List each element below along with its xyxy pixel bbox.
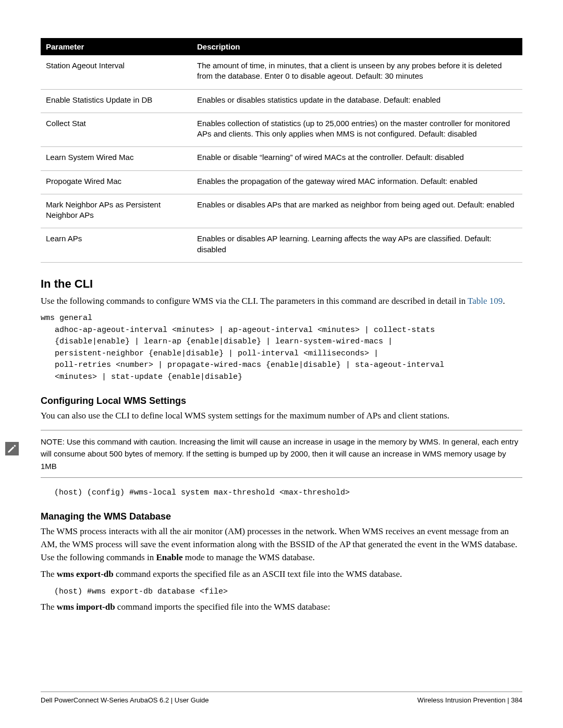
- parameter-table: Parameter Description Station Ageout Int…: [41, 38, 522, 263]
- bold-wms-export-db: wms export-db: [57, 569, 114, 579]
- cell-description: The amount of time, in minutes, that a c…: [192, 55, 522, 89]
- table-header-row: Parameter Description: [41, 38, 522, 55]
- paragraph-db-body1: The WMS process interacts with all the a…: [41, 525, 522, 564]
- text: mode to manage the WMS database.: [182, 552, 314, 562]
- table-row: Collect Stat Enables collection of stati…: [41, 113, 522, 147]
- table-row: Station Ageout Interval The amount of ti…: [41, 55, 522, 89]
- cell-parameter: Mark Neighbor APs as Persistent Neighbor…: [41, 194, 192, 228]
- text: The: [41, 569, 57, 579]
- text: command imports the specified file into …: [115, 602, 331, 612]
- paragraph-db-import: The wms import-db command imports the sp…: [41, 601, 522, 614]
- page-footer: Dell PowerConnect W-Series ArubaOS 6.2 |…: [41, 692, 522, 704]
- cell-description: Enables collection of statistics (up to …: [192, 113, 522, 147]
- note-block: NOTE: Use this command with caution. Inc…: [41, 430, 522, 478]
- table-row: Enable Statistics Update in DB Enables o…: [41, 89, 522, 113]
- table-row: Mark Neighbor APs as Persistent Neighbor…: [41, 194, 522, 228]
- link-table-109[interactable]: Table 109: [468, 296, 503, 306]
- paragraph-db-export: The wms export-db command exports the sp…: [41, 568, 522, 581]
- header-description: Description: [192, 38, 522, 55]
- cell-parameter: Enable Statistics Update in DB: [41, 89, 192, 113]
- footer-section-title: Wireless Intrusion Prevention: [418, 696, 506, 704]
- text: command exports the specified file as an…: [114, 569, 402, 579]
- document-page: Parameter Description Station Ageout Int…: [0, 0, 563, 728]
- heading-in-the-cli: In the CLI: [41, 277, 522, 291]
- cell-parameter: Learn System Wired Mac: [41, 147, 192, 170]
- text: The: [41, 602, 57, 612]
- footer-right: Wireless Intrusion Prevention384: [418, 696, 522, 704]
- bold-enable: Enable: [156, 552, 182, 562]
- cell-description: Enable or disable “learning” of wired MA…: [192, 147, 522, 170]
- paragraph-local-body: You can also use the CLI to define local…: [41, 410, 522, 423]
- header-parameter: Parameter: [41, 38, 192, 55]
- cell-description: Enables or disables APs that are marked …: [192, 194, 522, 228]
- table-row: Propogate Wired Mac Enables the propagat…: [41, 170, 522, 194]
- code-block-wms-general: wms general adhoc-ap-ageout-interval <mi…: [41, 313, 522, 383]
- note-pencil-icon: [5, 442, 19, 455]
- cell-description: Enables the propagation of the gateway w…: [192, 170, 522, 194]
- code-block-wms-local: (host) (config) #wms-local system max-th…: [54, 487, 522, 499]
- heading-configuring-local-wms: Configuring Local WMS Settings: [41, 396, 522, 406]
- table-row: Learn System Wired Mac Enable or disable…: [41, 147, 522, 170]
- text: Use the following commands to configure …: [41, 296, 468, 306]
- cell-parameter: Station Ageout Interval: [41, 55, 192, 89]
- cell-description: Enables or disables AP learning. Learnin…: [192, 228, 522, 263]
- paragraph-cli-intro: Use the following commands to configure …: [41, 295, 522, 308]
- bold-wms-import-db: wms import-db: [57, 602, 115, 612]
- footer-page-number: 384: [506, 696, 522, 704]
- footer-left: Dell PowerConnect W-Series ArubaOS 6.2 |…: [41, 696, 209, 704]
- text: .: [503, 296, 505, 306]
- cell-description: Enables or disables statistics update in…: [192, 89, 522, 113]
- code-block-export-db: (host) #wms export-db database <file>: [54, 586, 522, 598]
- note-text: NOTE: Use this command with caution. Inc…: [41, 436, 522, 472]
- heading-managing-wms-db: Managing the WMS Database: [41, 511, 522, 522]
- cell-parameter: Learn APs: [41, 228, 192, 263]
- table-row: Learn APs Enables or disables AP learnin…: [41, 228, 522, 263]
- cell-parameter: Propogate Wired Mac: [41, 170, 192, 194]
- cell-parameter: Collect Stat: [41, 113, 192, 147]
